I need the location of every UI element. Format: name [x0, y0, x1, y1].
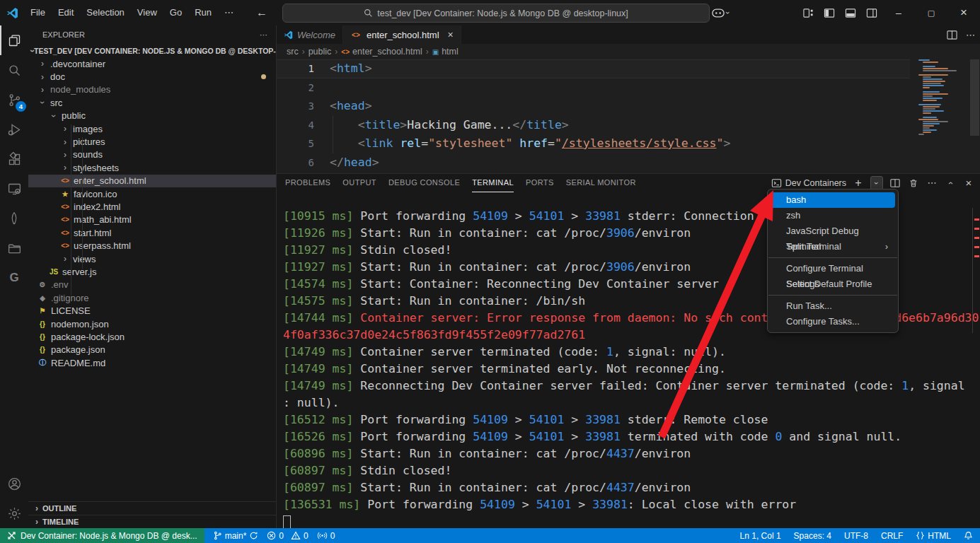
breadcrumb-public[interactable]: public [309, 47, 332, 57]
remote-explorer-icon[interactable] [0, 174, 28, 204]
mongodb-icon[interactable] [0, 204, 28, 233]
run-debug-icon[interactable] [0, 115, 28, 144]
g-extension-icon[interactable]: G [0, 263, 28, 293]
tree-item-userpass-html[interactable]: <>userpass.html [28, 239, 276, 252]
tree-item-server-js[interactable]: JSserver.js [28, 265, 276, 278]
menu-item-bash[interactable]: bash [771, 192, 895, 208]
tree-item-doc[interactable]: ›doc [28, 70, 276, 83]
encoding-status[interactable]: UTF-8 [844, 531, 868, 541]
tree-item-math-abi-html[interactable]: <>math_abi.html [28, 214, 276, 226]
maximize-button[interactable]: ▢ [915, 0, 947, 25]
menu-item-javascript-debug-terminal[interactable]: JavaScript Debug Terminal [771, 223, 895, 239]
tab-enter-school-html[interactable]: <>enter_school.html× [343, 25, 461, 44]
tree-item-start-html[interactable]: <>start.html [28, 226, 276, 239]
explorer-more-icon[interactable]: ⋯ [260, 30, 267, 40]
tab-close-icon[interactable]: × [448, 29, 454, 40]
tree-item-package-lock-json[interactable]: {}package-lock.json [28, 330, 276, 343]
panel-tab-debug-console[interactable]: DEBUG CONSOLE [388, 174, 460, 192]
eol-status[interactable]: CRLF [881, 531, 903, 541]
tree-item-node-modules[interactable]: ›node_modules [28, 83, 276, 96]
menu-more-icon[interactable]: ⋯ [218, 4, 240, 21]
editor-line-5[interactable]: 5 <link rel="stylesheet" href="/styleshe… [277, 134, 910, 153]
remote-indicator[interactable]: Dev Container: Node.js & Mongo DB @ desk… [0, 528, 204, 543]
panel-tab-output[interactable]: OUTPUT [342, 174, 376, 192]
tree-item-env[interactable]: ⚙.env [28, 279, 276, 291]
editor-line-2[interactable]: 2 [277, 78, 910, 98]
minimize-button[interactable]: – [882, 0, 915, 25]
tree-item-devcontainer[interactable]: ›.devcontainer [28, 57, 276, 70]
toggle-panel-icon[interactable] [840, 4, 861, 22]
editor-line-4[interactable]: 4 <title>Hacking Game...</title> [277, 116, 910, 135]
docker-folder-icon[interactable] [0, 233, 28, 263]
new-terminal-button[interactable]: + [852, 177, 865, 189]
menu-go[interactable]: Go [163, 4, 188, 21]
editor-line-1[interactable]: 1<html> [277, 59, 910, 78]
menu-item-run-task[interactable]: Run Task... [771, 298, 895, 314]
timeline-section[interactable]: › TIMELINE [28, 515, 276, 528]
editor-more-icon[interactable]: ⋯ [966, 30, 975, 40]
source-control-icon[interactable]: 4 [0, 85, 28, 115]
explorer-icon[interactable] [0, 25, 28, 55]
copilot-button[interactable]: › [712, 8, 730, 18]
menu-file[interactable]: File [24, 4, 52, 21]
tree-item-enter-school-html[interactable]: <>enter_school.html [28, 175, 276, 187]
maximize-panel-icon[interactable]: › [944, 177, 957, 189]
split-terminal-icon[interactable] [889, 177, 901, 189]
tree-item-index2-html[interactable]: <>index2.html [28, 200, 276, 213]
tree-item-stylesheets[interactable]: ›stylesheets [28, 161, 276, 174]
ports-status[interactable]: 0 [317, 531, 335, 541]
settings-gear-icon[interactable] [0, 498, 28, 528]
tree-item-src[interactable]: ›src [28, 96, 276, 109]
indentation-status[interactable]: Spaces: 4 [794, 531, 831, 541]
menu-item-configure-tasks[interactable]: Configure Tasks... [771, 314, 895, 329]
menu-item-select-default-profile[interactable]: Select Default Profile [771, 276, 895, 292]
extensions-icon[interactable] [0, 144, 28, 174]
cursor-position[interactable]: Ln 1, Col 1 [740, 531, 781, 541]
menu-selection[interactable]: Selection [80, 4, 130, 21]
minimap[interactable] [918, 59, 964, 136]
tree-item-package-json[interactable]: {}package.json [28, 344, 276, 356]
terminal-profile-dropdown[interactable]: › [870, 176, 883, 190]
customize-layout-icon[interactable] [797, 4, 819, 22]
tree-item-views[interactable]: ›views [28, 252, 276, 265]
command-center-search[interactable]: test_dev [Dev Container: Node.js & Mongo… [282, 4, 710, 23]
panel-tab-problems[interactable]: PROBLEMS [285, 174, 330, 192]
breadcrumb-html[interactable]: ▣html [432, 47, 459, 57]
kill-terminal-icon[interactable] [907, 177, 920, 189]
editor-scrollbar[interactable] [970, 59, 979, 136]
nav-back-icon[interactable]: ← [251, 4, 272, 22]
menu-item-zsh[interactable]: zsh [771, 208, 895, 223]
tree-item-nodemon-json[interactable]: {}nodemon.json [28, 317, 276, 330]
language-mode[interactable]: HTML [916, 531, 951, 541]
toggle-primary-sidebar-icon[interactable] [819, 4, 840, 22]
code-editor[interactable]: 1<html>23<head>4 <title>Hacking Game...<… [277, 59, 980, 173]
toggle-secondary-sidebar-icon[interactable] [861, 4, 882, 22]
tree-item-sounds[interactable]: ›sounds [28, 148, 276, 161]
problems-status[interactable]: 0 0 [267, 531, 308, 541]
menu-view[interactable]: View [131, 4, 163, 21]
menu-item-split-terminal[interactable]: Split Terminal› [771, 239, 895, 255]
tab-welcome[interactable]: Welcome [277, 25, 343, 44]
menu-item-configure-terminal-settings[interactable]: Configure Terminal Settings [771, 261, 895, 276]
tree-item-favicon-ico[interactable]: ★favicon.ico [28, 187, 276, 200]
close-button[interactable]: × [947, 0, 980, 25]
close-panel-icon[interactable]: × [962, 177, 975, 189]
editor-line-6[interactable]: 6</head> [277, 153, 910, 173]
menu-edit[interactable]: Edit [52, 4, 80, 21]
split-editor-icon[interactable] [947, 30, 957, 40]
tree-item-license[interactable]: ⚑LICENSE [28, 304, 276, 317]
git-branch-status[interactable]: main* [213, 531, 259, 541]
search-icon[interactable] [0, 55, 28, 85]
breadcrumb-enter-school-html[interactable]: <>enter_school.html [341, 47, 422, 57]
terminal-scrollbar[interactable] [972, 208, 973, 333]
panel-tab-ports[interactable]: PORTS [526, 174, 554, 192]
outline-section[interactable]: › OUTLINE [28, 501, 276, 515]
tree-item-readme-md[interactable]: ⓘREADME.md [28, 356, 276, 369]
workspace-root[interactable]: › TEST_DEV [DEV CONTAINER: NODE.JS & MON… [28, 44, 276, 57]
menu-run[interactable]: Run [188, 4, 218, 21]
breadcrumb-src[interactable]: src [287, 47, 299, 57]
panel-tab-serial-monitor[interactable]: SERIAL MONITOR [566, 174, 636, 192]
editor-line-3[interactable]: 3<head> [277, 97, 910, 116]
tree-item-pictures[interactable]: ›pictures [28, 135, 276, 148]
accounts-icon[interactable] [0, 469, 28, 498]
